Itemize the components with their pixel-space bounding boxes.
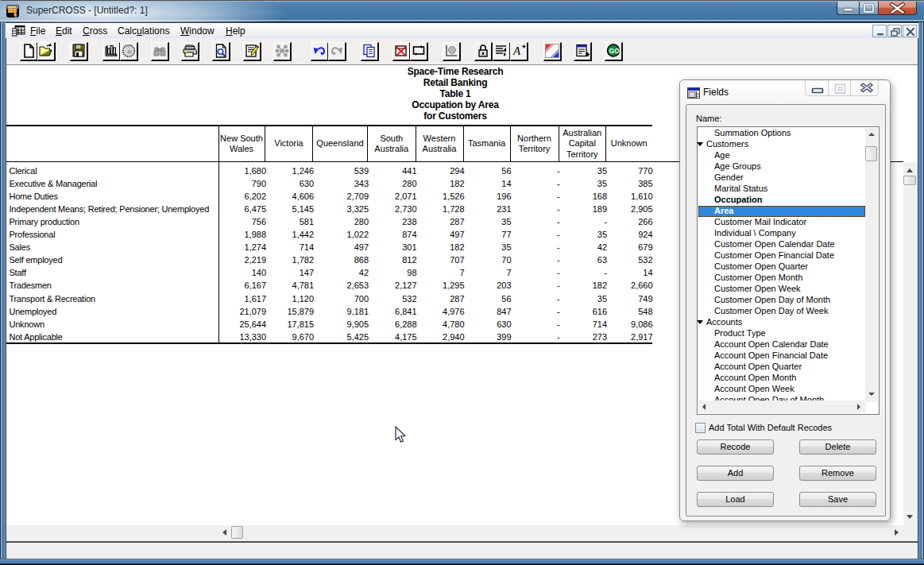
svg-text:GO: GO: [609, 47, 621, 55]
svg-text:A: A: [512, 45, 521, 57]
